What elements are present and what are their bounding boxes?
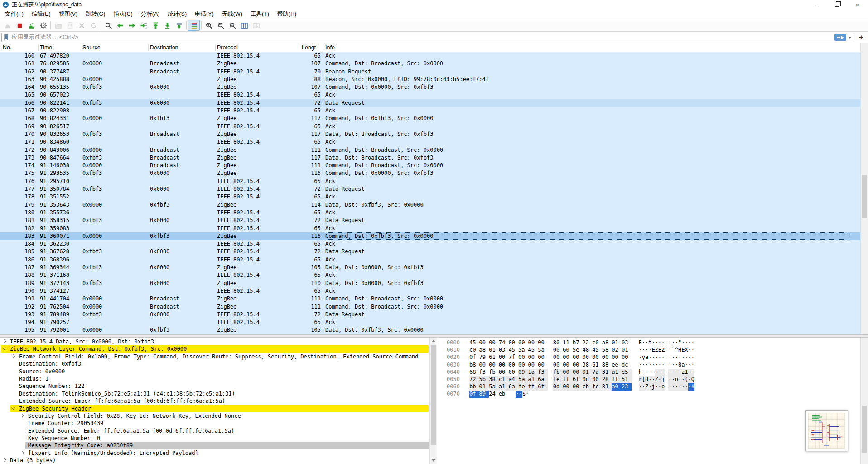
hex-scroll-thumb[interactable]	[862, 406, 867, 453]
hex-scrollbar[interactable]	[860, 338, 868, 464]
detail-line-11[interactable]: Frame Counter: 29053439	[0, 420, 429, 427]
hex-byte[interactable]: 02	[612, 347, 622, 354]
hex-byte[interactable]: 60	[563, 347, 573, 354]
filter-dropdown-caret-icon[interactable]	[848, 37, 852, 39]
packet-row-194[interactable]: 19491.790257IEEE 802.15.465Ack	[0, 319, 860, 326]
menu-item-9[interactable]: 工具(T)	[246, 9, 273, 19]
hex-byte[interactable]: 0d	[553, 383, 563, 391]
hex-byte[interactable]: 45	[528, 347, 538, 354]
detail-line-14[interactable]: Message Integrity Code: a0230f89	[0, 442, 429, 449]
hex-byte[interactable]: 00	[499, 369, 509, 376]
hex-byte[interactable]: dc	[622, 362, 632, 369]
hex-byte[interactable]: 00	[573, 354, 583, 361]
hex-byte[interactable]: ff	[612, 376, 622, 383]
hex-byte[interactable]: a8	[479, 347, 489, 354]
hex-byte[interactable]: 01	[583, 369, 593, 376]
open-file-icon[interactable]	[52, 20, 64, 31]
detail-line-8[interactable]: Extended Source: Ember_ff:fe:6a:a1:5a (0…	[0, 397, 429, 405]
packet-list-header[interactable]: No.TimeSourceDestinationProtocolLengtInf…	[0, 44, 860, 52]
close-button[interactable]: ×	[847, 0, 868, 9]
hex-byte[interactable]: c0	[469, 347, 479, 354]
hex-byte[interactable]: 00	[528, 354, 538, 361]
hex-byte[interactable]: 00	[518, 339, 528, 347]
hex-row-0070[interactable]: 00700f8924eb··$·	[438, 391, 860, 398]
save-file-icon[interactable]	[64, 20, 76, 31]
collapsed-arrow-icon[interactable]	[2, 339, 6, 343]
hex-byte[interactable]: fc	[592, 383, 602, 391]
packet-row-195[interactable]: 19591.7920010x00000xfbf3ZigBee105Data, D…	[0, 326, 860, 334]
hex-byte[interactable]: 89	[479, 391, 489, 398]
hex-byte[interactable]: fb	[553, 369, 563, 376]
collapsed-arrow-icon[interactable]	[2, 458, 6, 462]
hex-byte[interactable]: 01	[489, 347, 499, 354]
menu-item-8[interactable]: 无线(W)	[218, 9, 246, 19]
menu-item-3[interactable]: 跳转(G)	[82, 9, 109, 19]
hex-byte[interactable]: 5e	[573, 347, 583, 354]
apply-filter-button[interactable]	[834, 34, 846, 41]
hex-byte[interactable]: 80	[553, 339, 563, 347]
packet-row-190[interactable]: 19091.374127IEEE 802.15.465Ack	[0, 287, 860, 295]
detail-line-13[interactable]: Key Sequence Number: 0	[0, 435, 429, 442]
colorize-icon[interactable]	[188, 20, 200, 31]
hex-byte[interactable]: b7	[573, 339, 583, 347]
hex-byte[interactable]: 5b	[479, 376, 489, 383]
collapsed-arrow-icon[interactable]	[20, 414, 24, 417]
hex-byte[interactable]: 00	[563, 362, 573, 369]
go-forward-icon[interactable]	[126, 20, 138, 31]
column-separator[interactable]	[215, 44, 216, 51]
hex-byte[interactable]: 00	[573, 369, 583, 376]
minimize-button[interactable]	[805, 0, 826, 9]
hex-byte[interactable]: 00	[563, 383, 573, 391]
packet-row-171[interactable]: 17190.834860IEEE 802.15.465Ack	[0, 138, 860, 146]
packet-row-176[interactable]: 17691.295710IEEE 802.15.465Ack	[0, 178, 860, 185]
hex-byte[interactable]: 00	[479, 339, 489, 347]
hex-byte[interactable]: 00	[508, 362, 518, 369]
packet-row-169[interactable]: 16990.826517IEEE 802.15.465Ack	[0, 123, 860, 130]
display-filter-input[interactable]: 应用显示过滤器 ... <Ctrl-/>	[1, 33, 854, 42]
column-header-source[interactable]: Source	[82, 44, 101, 51]
hex-byte[interactable]: 00	[553, 347, 563, 354]
packet-row-184[interactable]: 18491.362230IEEE 802.15.465Ack	[0, 240, 860, 248]
packet-row-174[interactable]: 17491.1460380x0000BroadcastZigBee111Comm…	[0, 162, 860, 169]
hex-byte[interactable]: 81	[602, 383, 612, 391]
hex-byte[interactable]: 00	[592, 376, 602, 383]
hex-byte[interactable]: 6a	[538, 376, 548, 383]
hex-byte[interactable]: e5	[622, 369, 632, 376]
detail-line-7[interactable]: Destination: TelinkSemico_5b:72:e5:a1:31…	[0, 390, 429, 397]
hex-byte[interactable]: 00	[602, 354, 612, 361]
collapsed-arrow-icon[interactable]	[11, 354, 15, 358]
hex-row-0000[interactable]: 000045000074000000008011b722c0a80103E··t…	[438, 339, 860, 347]
preview-overlay-window[interactable]	[805, 410, 848, 451]
hex-byte[interactable]: 61	[592, 362, 602, 369]
menu-item-7[interactable]: 电话(Y)	[191, 9, 218, 19]
hex-byte[interactable]: 45	[508, 347, 518, 354]
detail-line-16[interactable]: Data (3 bytes)	[0, 457, 429, 464]
zoom-100-icon[interactable]	[227, 20, 238, 31]
packet-row-167[interactable]: 16790.822908IEEE 802.15.465Ack	[0, 107, 860, 115]
hex-byte[interactable]: 5a	[538, 347, 548, 354]
hex-byte[interactable]: b8	[469, 362, 479, 369]
hex-byte[interactable]: bb	[469, 383, 479, 391]
hex-byte[interactable]: f3	[479, 369, 489, 376]
hex-byte[interactable]: 7a	[592, 369, 602, 376]
hex-byte[interactable]: 00	[622, 354, 632, 361]
detail-line-6[interactable]: Sequence Number: 122	[0, 382, 429, 390]
hex-byte[interactable]: 5a	[518, 347, 528, 354]
packet-row-172[interactable]: 17290.8430060x0000BroadcastZigBee111Comm…	[0, 146, 860, 154]
hex-byte[interactable]: 58	[602, 347, 612, 354]
column-separator[interactable]	[300, 44, 300, 51]
hex-byte[interactable]: 31	[602, 369, 612, 376]
packet-row-180[interactable]: 18091.355736IEEE 802.15.465Ack	[0, 209, 860, 217]
detail-line-9[interactable]: ZigBee Security Header	[0, 405, 429, 412]
hex-row-0030[interactable]: 0030b800000000000000000000386188eedc····…	[438, 362, 860, 369]
capture-options-icon[interactable]	[37, 20, 49, 31]
hex-byte[interactable]: 0f	[469, 354, 479, 361]
column-separator[interactable]	[81, 44, 81, 51]
hex-byte[interactable]: 00	[508, 369, 518, 376]
packet-row-173[interactable]: 17390.8476640xfbf3BroadcastZigBee117Data…	[0, 154, 860, 162]
column-header-no[interactable]: No.	[3, 44, 11, 51]
hex-byte[interactable]: 6f	[573, 376, 583, 383]
hex-byte[interactable]: a1	[612, 369, 622, 376]
menu-item-6[interactable]: 统计(S)	[164, 9, 191, 19]
hex-byte[interactable]: 1a	[528, 369, 538, 376]
